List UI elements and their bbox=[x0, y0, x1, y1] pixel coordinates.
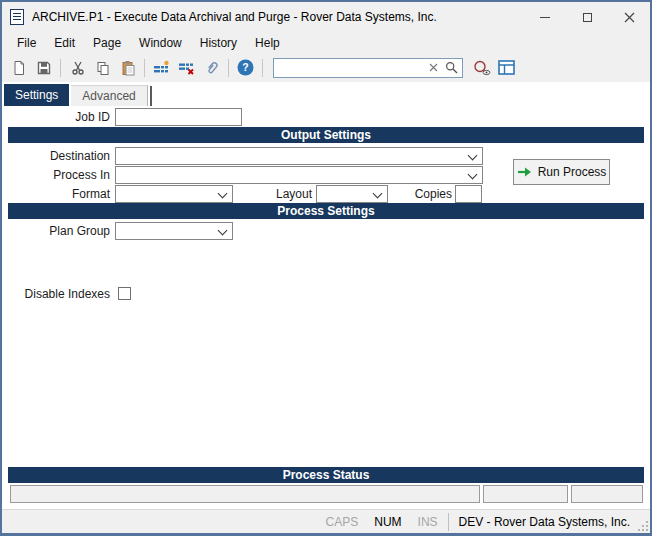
delete-row-button[interactable] bbox=[174, 56, 199, 80]
menu-item-edit[interactable]: Edit bbox=[45, 34, 84, 52]
maximize-button[interactable] bbox=[566, 2, 608, 32]
section-header-process-status: Process Status bbox=[8, 467, 644, 483]
chevron-down-icon bbox=[468, 170, 478, 180]
copy-button[interactable] bbox=[90, 56, 115, 80]
layout-label: Layout bbox=[204, 185, 312, 203]
clear-search-button[interactable] bbox=[424, 59, 442, 77]
svg-text:?: ? bbox=[242, 61, 248, 73]
num-lock-indicator: NUM bbox=[366, 515, 409, 529]
minimize-icon bbox=[540, 17, 550, 18]
copies-input[interactable] bbox=[455, 185, 482, 203]
window-title: ARCHIVE.P1 - Execute Data Archival and P… bbox=[32, 10, 524, 24]
run-process-button[interactable]: Run Process bbox=[513, 159, 610, 185]
status-bar: CAPS NUM INS DEV - Rover Data Systems, I… bbox=[2, 509, 650, 533]
menu-item-history[interactable]: History bbox=[191, 34, 246, 52]
form-area: Settings Advanced Job ID Output Settings… bbox=[2, 82, 650, 509]
insert-row-button[interactable] bbox=[149, 56, 174, 80]
plan-group-value bbox=[116, 226, 119, 240]
paperclip-icon bbox=[204, 60, 220, 76]
chevron-down-icon bbox=[218, 226, 228, 236]
process-status-message-field bbox=[10, 485, 480, 503]
insert-indicator: INS bbox=[410, 515, 446, 529]
resize-grip-icon bbox=[636, 515, 650, 533]
plan-group-dropdown[interactable] bbox=[115, 222, 233, 240]
layout-grid-button[interactable] bbox=[494, 56, 519, 80]
paste-clipboard-icon bbox=[120, 60, 136, 76]
format-label: Format bbox=[2, 185, 110, 203]
close-icon bbox=[624, 12, 635, 23]
tab-advanced[interactable]: Advanced bbox=[71, 85, 147, 106]
search-magnifier-icon bbox=[445, 61, 458, 74]
help-icon: ? bbox=[237, 59, 254, 76]
toolbar: ? bbox=[2, 53, 650, 82]
destination-dropdown[interactable] bbox=[115, 147, 483, 165]
tab-strip: Settings Advanced bbox=[4, 84, 152, 106]
cut-button[interactable] bbox=[65, 56, 90, 80]
table-layout-icon bbox=[498, 60, 515, 75]
new-button[interactable] bbox=[6, 56, 31, 80]
menu-item-help[interactable]: Help bbox=[246, 34, 289, 52]
minimize-button[interactable] bbox=[524, 2, 566, 32]
search-go-button[interactable] bbox=[442, 59, 460, 77]
save-icon bbox=[36, 60, 52, 76]
job-id-label: Job ID bbox=[2, 108, 110, 126]
toolbar-separator bbox=[144, 59, 145, 77]
destination-value bbox=[116, 151, 119, 165]
new-document-icon bbox=[11, 60, 27, 76]
plan-group-label: Plan Group bbox=[2, 222, 110, 240]
insert-row-icon bbox=[153, 60, 170, 76]
menu-item-page[interactable]: Page bbox=[84, 34, 130, 52]
layout-value bbox=[317, 189, 320, 203]
save-button[interactable] bbox=[31, 56, 56, 80]
caps-lock-indicator: CAPS bbox=[318, 515, 367, 529]
process-in-label: Process In bbox=[2, 166, 110, 184]
cut-scissors-icon bbox=[70, 60, 86, 76]
resize-grip[interactable] bbox=[636, 515, 650, 533]
toolbar-separator bbox=[262, 59, 263, 77]
magnifier-eye-icon bbox=[473, 60, 491, 76]
attachment-button[interactable] bbox=[199, 56, 224, 80]
help-button[interactable]: ? bbox=[233, 56, 258, 80]
run-arrow-icon bbox=[517, 166, 532, 178]
destination-label: Destination bbox=[2, 147, 110, 165]
format-value bbox=[116, 189, 119, 203]
search-box bbox=[273, 58, 463, 78]
process-status-field-2 bbox=[483, 485, 568, 503]
tab-divider bbox=[150, 86, 152, 106]
toolbar-separator bbox=[228, 59, 229, 77]
toolbar-separator bbox=[60, 59, 61, 77]
search-input[interactable] bbox=[276, 60, 424, 76]
run-process-label: Run Process bbox=[538, 165, 607, 179]
process-in-dropdown[interactable] bbox=[115, 166, 483, 184]
clear-x-icon bbox=[429, 63, 438, 72]
tab-settings[interactable]: Settings bbox=[4, 84, 69, 106]
statusbar-separator bbox=[448, 513, 449, 531]
paste-button[interactable] bbox=[115, 56, 140, 80]
section-header-output-settings: Output Settings bbox=[8, 127, 644, 143]
menu-item-window[interactable]: Window bbox=[130, 34, 191, 52]
menu-item-file[interactable]: File bbox=[8, 34, 45, 52]
section-header-process-settings: Process Settings bbox=[8, 203, 644, 219]
disable-indexes-label: Disable Indexes bbox=[2, 285, 110, 303]
delete-row-icon bbox=[178, 60, 195, 76]
environment-label: DEV - Rover Data Systems, Inc. bbox=[451, 515, 636, 529]
chevron-down-icon bbox=[468, 151, 478, 161]
job-id-input[interactable] bbox=[115, 108, 242, 126]
process-in-value bbox=[116, 170, 119, 184]
copies-label: Copies bbox=[344, 185, 452, 203]
menu-bar: File Edit Page Window History Help bbox=[2, 32, 650, 53]
copy-icon bbox=[95, 60, 111, 76]
window-document-icon bbox=[10, 9, 24, 25]
close-button[interactable] bbox=[608, 2, 650, 32]
process-status-field-3 bbox=[571, 485, 643, 503]
disable-indexes-checkbox[interactable] bbox=[118, 287, 131, 300]
title-bar: ARCHIVE.P1 - Execute Data Archival and P… bbox=[2, 2, 650, 32]
application-window: ARCHIVE.P1 - Execute Data Archival and P… bbox=[0, 0, 652, 536]
maximize-icon bbox=[583, 13, 592, 22]
lookup-button[interactable] bbox=[469, 56, 494, 80]
